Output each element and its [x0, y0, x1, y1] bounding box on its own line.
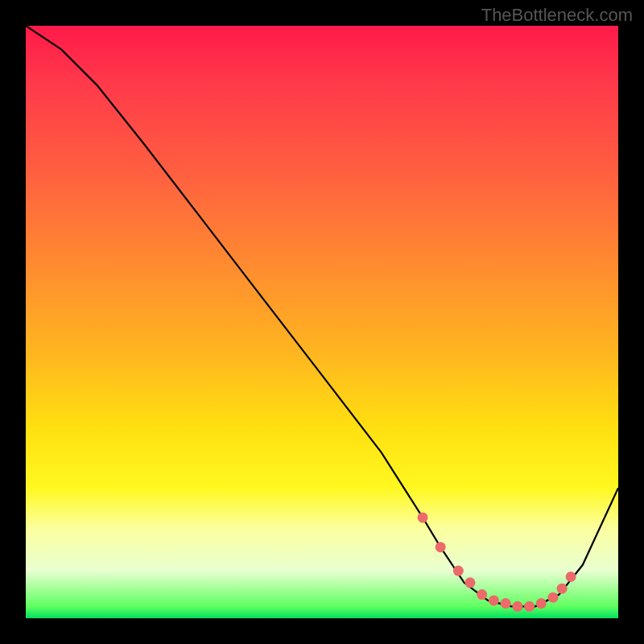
- chart-svg: [26, 26, 618, 618]
- watermark-text: TheBottleneck.com: [481, 5, 633, 26]
- curve-marker: [524, 601, 535, 612]
- curve-marker: [436, 542, 446, 552]
- curve-marker: [557, 584, 568, 594]
- curve-marker: [477, 589, 487, 600]
- bottleneck-curve: [26, 26, 618, 606]
- curve-marker: [512, 601, 522, 612]
- curve-marker: [465, 577, 476, 588]
- curve-marker: [501, 598, 511, 609]
- curve-marker: [418, 512, 428, 522]
- curve-marker: [566, 572, 576, 582]
- chart-container: [26, 26, 618, 618]
- curve-marker: [453, 566, 464, 576]
- curve-marker: [548, 592, 559, 603]
- curve-marker: [536, 598, 547, 609]
- marker-group: [418, 512, 576, 611]
- curve-marker: [489, 595, 499, 605]
